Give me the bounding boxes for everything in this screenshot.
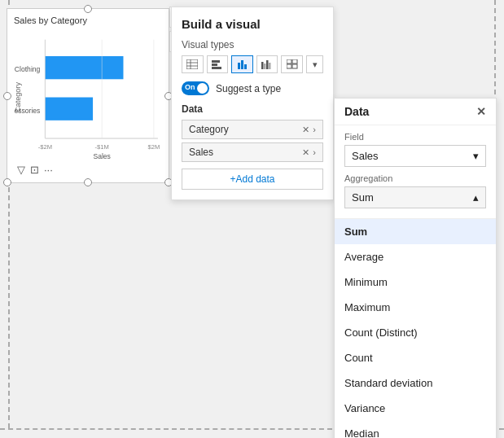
svg-text:-$1M: -$1M	[95, 143, 109, 151]
sales-chip-icons: ✕ ›	[302, 147, 316, 158]
ddp-title: Data	[344, 105, 369, 118]
svg-rect-29	[261, 62, 264, 69]
sales-expand-icon[interactable]: ›	[313, 147, 316, 158]
expand-icon[interactable]: ⊡	[30, 164, 39, 176]
ddp-option-maximum[interactable]: Maximum	[335, 295, 496, 320]
ddp-field-chevron: ▾	[473, 150, 479, 162]
category-remove-icon[interactable]: ✕	[302, 125, 309, 135]
ddp-aggregation-value: Sum	[352, 191, 374, 204]
svg-rect-26	[238, 63, 240, 69]
svg-rect-32	[269, 63, 271, 69]
ddp-header: Data ✕	[335, 99, 496, 125]
vt-grid[interactable]	[281, 55, 303, 73]
handle-left-center[interactable]	[3, 92, 11, 100]
handle-bottom-left[interactable]	[3, 178, 11, 186]
category-chip[interactable]: Category ✕ ›	[182, 120, 323, 139]
sales-chip-text: Sales	[189, 147, 302, 158]
sales-chip[interactable]: Sales ✕ ›	[182, 142, 323, 162]
ddp-option-std-dev[interactable]: Standard deviation	[335, 370, 496, 396]
suggest-toggle[interactable]: On	[182, 81, 209, 95]
ddp-option-average[interactable]: Average	[335, 244, 496, 269]
suggest-toggle-label: Suggest a type	[216, 83, 281, 94]
toggle-knob	[197, 83, 208, 94]
ddp-option-median[interactable]: Median	[335, 421, 496, 438]
ddp-field-select[interactable]: Sales ▾	[344, 145, 486, 167]
chart-controls: ▽ ⊡ ···	[14, 164, 162, 176]
svg-rect-30	[264, 64, 266, 69]
ddp-aggregation-list: Sum Average Minimum Maximum Count (Disti…	[335, 218, 496, 438]
ddp-option-sum[interactable]: Sum	[335, 219, 496, 244]
svg-text:-$2M: -$2M	[38, 143, 52, 151]
svg-rect-27	[241, 60, 243, 69]
vt-more-dropdown[interactable]: ▾	[306, 55, 323, 73]
svg-rect-34	[292, 59, 297, 64]
build-visual-panel: Build a visual Visual types ▾ On Suggest…	[171, 7, 334, 200]
add-data-button[interactable]: +Add data	[182, 169, 323, 190]
ddp-field-value: Sales	[352, 150, 379, 162]
svg-rect-31	[266, 60, 269, 69]
data-section-label: Data	[182, 103, 323, 115]
svg-rect-36	[292, 64, 297, 68]
build-panel-title: Build a visual	[182, 17, 323, 31]
svg-rect-28	[244, 64, 247, 69]
svg-rect-33	[287, 59, 291, 64]
more-icon[interactable]: ···	[44, 164, 53, 176]
svg-rect-3	[45, 56, 123, 79]
ddp-close-button[interactable]: ✕	[476, 105, 486, 118]
chart-title: Sales by Category	[14, 15, 162, 25]
svg-rect-35	[287, 64, 291, 68]
svg-text:Sales: Sales	[93, 152, 110, 160]
handle-bottom-center[interactable]	[84, 178, 92, 186]
category-expand-icon[interactable]: ›	[313, 125, 316, 135]
visual-types-label: Visual types	[182, 39, 323, 50]
handle-top-center[interactable]	[84, 5, 92, 13]
svg-rect-5	[45, 98, 93, 120]
sales-remove-icon[interactable]: ✕	[302, 147, 309, 158]
ddp-option-variance[interactable]: Variance	[335, 396, 496, 421]
ddp-aggregation-select[interactable]: Sum ▴	[344, 186, 486, 208]
category-chip-text: Category	[189, 124, 302, 135]
ddp-aggregation-label: Aggregation	[344, 173, 486, 183]
ddp-option-count[interactable]: Count	[335, 345, 496, 370]
svg-text:$2M: $2M	[148, 143, 160, 151]
filter-icon[interactable]: ▽	[17, 164, 25, 176]
visual-types-row: ▾	[182, 55, 323, 73]
chart-container: Sales by Category Category Clothing Acce…	[7, 8, 169, 183]
svg-text:Clothing: Clothing	[15, 65, 41, 73]
vt-table[interactable]	[182, 55, 204, 73]
ddp-field-section: Field Sales ▾ Aggregation Sum ▴	[335, 125, 496, 218]
suggest-row: On Suggest a type	[182, 81, 323, 95]
svg-rect-24	[212, 64, 217, 66]
ddp-aggregation-chevron: ▴	[473, 191, 479, 204]
vt-bar-grouped[interactable]	[256, 55, 278, 73]
ddp-option-minimum[interactable]: Minimum	[335, 269, 496, 295]
vt-bar-v[interactable]	[231, 55, 253, 73]
ddp-field-label: Field	[344, 132, 486, 142]
ddp-option-count-distinct[interactable]: Count (Distinct)	[335, 320, 496, 345]
svg-rect-25	[212, 67, 221, 69]
chart-svg: Category Clothing Accessories -$2M -$1M …	[14, 30, 162, 160]
svg-text:Accessories: Accessories	[14, 107, 40, 115]
vt-bar-h[interactable]	[207, 55, 229, 73]
toggle-on-text: On	[185, 83, 195, 91]
category-chip-icons: ✕ ›	[302, 125, 316, 135]
data-dropdown-panel: Data ✕ Field Sales ▾ Aggregation Sum ▴ S…	[334, 98, 497, 438]
svg-rect-23	[212, 60, 220, 63]
svg-rect-19	[186, 59, 198, 69]
